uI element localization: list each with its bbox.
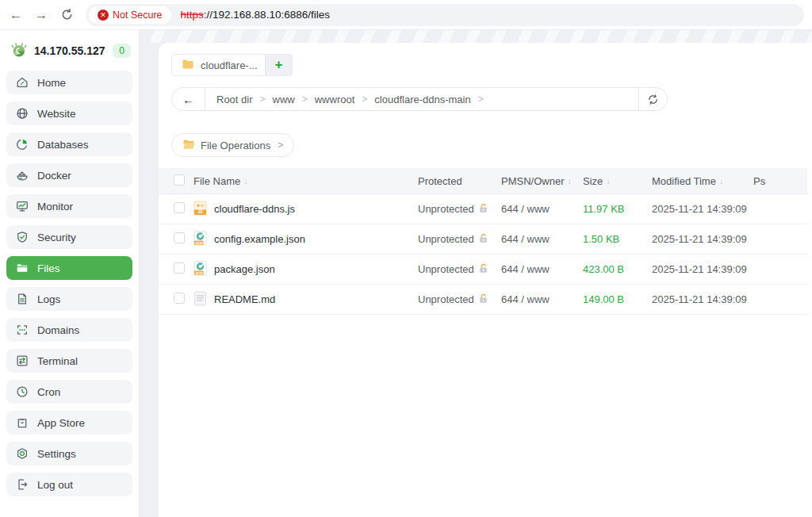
breadcrumb-cloudflare-ddns-main[interactable]: cloudflare-ddns-main <box>374 94 470 105</box>
shield-icon <box>15 230 29 244</box>
file-name: config.example.json <box>214 233 305 245</box>
column-header-protected: Protected <box>418 175 501 187</box>
sort-down-icon: ↓ <box>567 176 572 186</box>
file-name: cloudflare-ddns.js <box>214 203 295 215</box>
select-all-checkbox[interactable] <box>174 174 185 186</box>
row-checkbox[interactable] <box>174 232 185 243</box>
modified-time: 2025-11-21 14:39:09 <box>652 203 753 215</box>
column-label: Size <box>583 175 603 187</box>
sidebar-item-label: Cron <box>37 386 60 398</box>
sidebar-item-home[interactable]: Home <box>6 71 132 94</box>
sidebar-item-databases[interactable]: Databases <box>6 132 132 156</box>
sidebar-item-cron[interactable]: Cron <box>6 380 132 404</box>
app-store-icon <box>15 416 29 430</box>
md-file-icon <box>193 291 207 308</box>
sidebar-item-label: Home <box>37 77 66 89</box>
chevron-right-icon: > <box>260 94 266 105</box>
column-label: Ps <box>753 175 765 187</box>
address-bar[interactable]: ✕ Not Secure https://192.168.88.10:6886/… <box>86 4 804 26</box>
folder-tab-icon <box>182 59 194 72</box>
sidebar-item-terminal[interactable]: Terminal <box>6 349 132 373</box>
path-back-icon[interactable]: ← <box>172 88 205 110</box>
column-header-file-name[interactable]: File Name ↓ <box>193 175 418 187</box>
chevron-right-icon: > <box>278 140 283 151</box>
sidebar-item-logs[interactable]: Logs <box>6 287 132 311</box>
not-secure-icon: ✕ <box>98 10 109 21</box>
directory-tabs: cloudflare-... + <box>171 54 293 76</box>
file-name-link[interactable]: JSON package.json <box>193 261 418 278</box>
column-label: PMSN/Owner <box>501 175 564 187</box>
sidebar-item-security[interactable]: Security <box>6 225 132 249</box>
file-name-link[interactable]: JSON config.example.json <box>193 231 418 248</box>
document-icon <box>15 292 29 306</box>
file-size[interactable]: 149.00 B <box>583 293 652 305</box>
sidebar-item-monitor[interactable]: Monitor <box>6 194 132 218</box>
terminal-icon <box>15 354 29 368</box>
sidebar-item-domains[interactable]: Domains <box>6 318 132 342</box>
file-name-link[interactable]: JS cloudflare-ddns.js <box>193 201 418 218</box>
scan-frame-icon <box>15 323 29 337</box>
table-header-row: File Name ↓ Protected PMSN/Owner ↓ Size <box>159 168 807 194</box>
sidebar-item-label: Monitor <box>37 201 73 213</box>
sidebar-item-label: Terminal <box>37 355 78 367</box>
column-header-pmsn-owner[interactable]: PMSN/Owner ↓ <box>501 175 583 187</box>
row-checkbox[interactable] <box>174 293 185 304</box>
monitor-icon <box>15 199 29 213</box>
chevron-right-icon: > <box>362 94 367 105</box>
clock-icon <box>15 385 29 399</box>
column-header-size[interactable]: Size ↓ <box>583 175 652 187</box>
url-text: https://192.168.88.10:6886/files <box>181 9 330 21</box>
globe-icon <box>15 106 29 121</box>
browser-reload-icon[interactable] <box>56 4 78 26</box>
home-icon <box>15 75 29 90</box>
browser-toolbar: ← → ✕ Not Secure https://192.168.88.10:6… <box>0 0 812 30</box>
modified-time: 2025-11-21 14:39:09 <box>652 263 753 275</box>
open-folder-icon <box>182 139 195 152</box>
file-size[interactable]: 1.50 KB <box>583 233 652 245</box>
chevron-right-icon: > <box>302 94 308 105</box>
file-name: package.json <box>214 263 275 275</box>
docker-icon <box>15 168 29 182</box>
protected-status: Unprotected <box>418 293 474 305</box>
json-file-icon: JSON <box>193 231 207 248</box>
breadcrumb-www[interactable]: www <box>273 94 295 105</box>
logout-icon <box>15 477 29 492</box>
sidebar-item-logout[interactable]: Log out <box>6 473 132 496</box>
table-row: JS cloudflare-ddns.js Unprotected 644 / … <box>159 194 807 224</box>
sort-down-icon: ↓ <box>719 176 724 186</box>
svg-text:JSON: JSON <box>195 271 203 274</box>
sidebar-item-label: Files <box>37 262 60 274</box>
file-name: README.md <box>214 293 275 305</box>
sidebar-item-docker[interactable]: Docker <box>6 163 132 187</box>
file-operations-button[interactable]: File Operations > <box>171 133 294 157</box>
sidebar-item-settings[interactable]: Settings <box>6 442 132 465</box>
file-size[interactable]: 423.00 B <box>583 263 652 275</box>
scrollbar-gutter[interactable] <box>807 43 812 517</box>
sidebar-item-label: Settings <box>37 448 76 460</box>
notification-count-badge[interactable]: 0 <box>113 44 131 58</box>
row-checkbox[interactable] <box>174 262 185 274</box>
file-size[interactable]: 11.97 KB <box>583 203 652 215</box>
browser-back-icon[interactable]: ← <box>5 4 27 26</box>
column-label: File Name <box>193 175 240 187</box>
protected-status: Unprotected <box>418 203 474 215</box>
sidebar-header: 14.170.55.127 0 <box>6 38 132 71</box>
row-checkbox[interactable] <box>174 202 185 213</box>
sidebar-item-files[interactable]: Files <box>6 256 132 280</box>
sidebar-item-label: Log out <box>37 479 73 491</box>
not-secure-badge[interactable]: ✕ Not Secure <box>89 6 171 24</box>
browser-forward-icon[interactable]: → <box>30 4 52 26</box>
file-name-link[interactable]: README.md <box>193 291 418 308</box>
pmsn-owner: 644 / www <box>501 233 583 245</box>
content-area: cloudflare-... + ← Root dir > www > wwwr… <box>140 30 812 517</box>
sidebar-item-website[interactable]: Website <box>6 101 132 125</box>
breadcrumb-root-dir[interactable]: Root dir <box>216 94 253 105</box>
column-header-modified-time[interactable]: Modified Time ↓ <box>652 175 753 187</box>
sort-down-icon: ↓ <box>606 176 611 186</box>
new-tab-button[interactable]: + <box>266 55 292 75</box>
tab-cloudflare-ddns-main[interactable]: cloudflare-... <box>172 55 266 75</box>
svg-text:JSON: JSON <box>195 241 203 244</box>
sidebar-item-app-store[interactable]: App Store <box>6 411 132 435</box>
breadcrumb-wwwroot[interactable]: wwwroot <box>315 94 355 105</box>
refresh-icon[interactable] <box>638 88 667 110</box>
